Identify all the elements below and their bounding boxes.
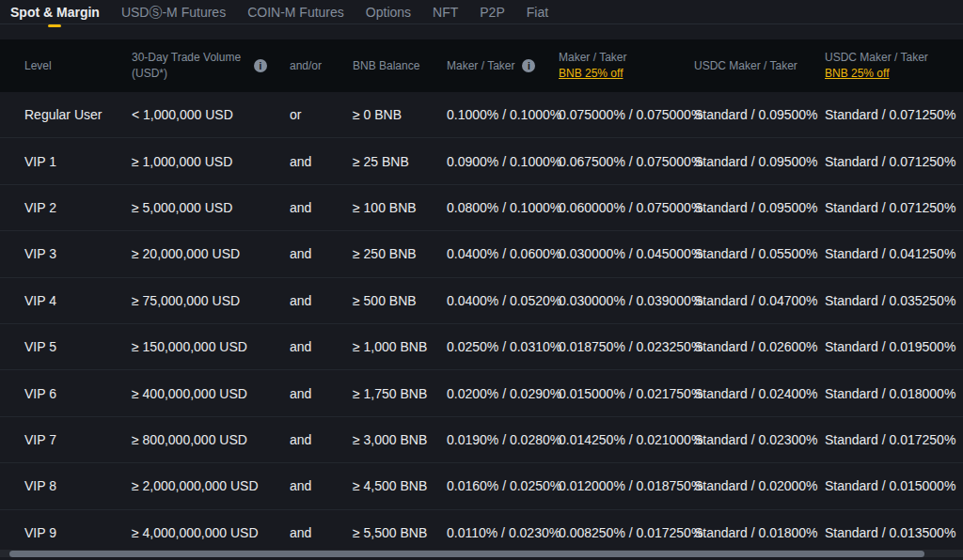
bnb-balance-cell: ≥ 0 BNB (353, 107, 447, 122)
header-usdc-maker-taker: USDC Maker / Taker (694, 58, 825, 74)
bnb-discount-link[interactable]: BNB 25% off (559, 66, 623, 82)
usdc-maker-taker-bnb-cell: Standard / 0.071250% (825, 154, 963, 169)
level-cell: VIP 1 (24, 154, 132, 169)
header-maker-taker-bnb-line1: Maker / Taker (559, 50, 694, 66)
tab-label: Spot & Margin (10, 5, 100, 20)
tab-fiat[interactable]: Fiat (527, 3, 548, 22)
usdc-maker-taker-bnb-cell: Standard / 0.013500% (825, 525, 963, 540)
table-row: VIP 2 ≥ 5,000,000 USD and ≥ 100 BNB 0.08… (0, 185, 963, 231)
tab-label: Fiat (527, 5, 548, 20)
header-volume-line1: 30-Day Trade Volume (132, 50, 254, 66)
maker-taker-bnb-cell: 0.015000% / 0.021750% (559, 386, 694, 401)
header-bnb-balance: BNB Balance (353, 58, 447, 74)
tab-label: P2P (480, 5, 504, 20)
header-usdc-maker-taker-bnb: USDC Maker / Taker BNB 25% off (825, 50, 963, 82)
horizontal-scrollbar-thumb[interactable] (9, 551, 924, 557)
usdc-maker-taker-cell: Standard / 0.05500% (694, 246, 825, 261)
table-row: VIP 8 ≥ 2,000,000,000 USD and ≥ 4,500 BN… (0, 463, 963, 509)
maker-taker-cell: 0.0400% / 0.0520% (447, 293, 559, 308)
andor-cell: or (290, 107, 353, 122)
maker-taker-bnb-cell: 0.075000% / 0.075000% (559, 107, 694, 122)
tab-bar: Spot & Margin USDⓈ-M Futures COIN-M Futu… (0, 0, 963, 24)
header-maker-taker-label: Maker / Taker (447, 58, 514, 74)
usdc-maker-taker-cell: Standard / 0.02400% (694, 386, 825, 401)
maker-taker-cell: 0.0250% / 0.0310% (447, 339, 559, 354)
usdc-maker-taker-bnb-cell: Standard / 0.041250% (825, 246, 963, 261)
horizontal-scrollbar-track[interactable] (0, 550, 963, 557)
maker-taker-cell: 0.1000% / 0.1000% (447, 107, 559, 122)
andor-cell: and (290, 339, 353, 354)
table-row: VIP 1 ≥ 1,000,000 USD and ≥ 25 BNB 0.090… (0, 138, 963, 184)
andor-cell: and (290, 200, 353, 215)
trade-volume-cell: ≥ 150,000,000 USD (132, 339, 254, 354)
header-level: Level (24, 58, 132, 74)
usdc-maker-taker-bnb-cell: Standard / 0.018000% (825, 386, 963, 401)
maker-taker-bnb-cell: 0.060000% / 0.075000% (559, 200, 694, 215)
level-cell: VIP 5 (24, 339, 132, 354)
bnb-balance-cell: ≥ 4,500 BNB (353, 478, 447, 493)
level-cell: VIP 8 (24, 478, 132, 493)
usdc-maker-taker-cell: Standard / 0.02600% (694, 339, 825, 354)
header-volume-info: i (254, 58, 290, 74)
usdc-maker-taker-cell: Standard / 0.04700% (694, 293, 825, 308)
level-cell: VIP 2 (24, 200, 132, 215)
tab-coin-m-futures[interactable]: COIN-M Futures (247, 3, 344, 22)
usdc-maker-taker-cell: Standard / 0.09500% (694, 154, 825, 169)
header-volume: 30-Day Trade Volume (USD*) (132, 50, 254, 82)
andor-cell: and (290, 432, 353, 447)
tab-usd-m-futures[interactable]: USDⓈ-M Futures (121, 3, 226, 22)
maker-taker-bnb-cell: 0.014250% / 0.021000% (559, 432, 694, 447)
header-maker-taker: Maker / Taker i (447, 58, 559, 74)
usdc-maker-taker-bnb-cell: Standard / 0.017250% (825, 432, 963, 447)
header-maker-taker-bnb: Maker / Taker BNB 25% off (559, 50, 694, 82)
bnb-balance-cell: ≥ 100 BNB (353, 200, 447, 215)
andor-cell: and (290, 386, 353, 401)
andor-cell: and (290, 293, 353, 308)
level-cell: VIP 7 (24, 432, 132, 447)
table-row: VIP 3 ≥ 20,000,000 USD and ≥ 250 BNB 0.0… (0, 231, 963, 277)
maker-taker-bnb-cell: 0.018750% / 0.023250% (559, 339, 694, 354)
tab-label: Options (366, 5, 411, 20)
tab-options[interactable]: Options (366, 3, 411, 22)
andor-cell: and (290, 478, 353, 493)
info-icon[interactable]: i (522, 59, 535, 72)
maker-taker-cell: 0.0160% / 0.0250% (447, 478, 559, 493)
bnb-balance-cell: ≥ 25 BNB (353, 154, 447, 169)
andor-cell: and (290, 525, 353, 540)
header-andor: and/or (290, 58, 353, 74)
active-tab-underline (48, 24, 61, 27)
trade-volume-cell: ≥ 1,000,000 USD (132, 154, 254, 169)
usdc-maker-taker-cell: Standard / 0.02000% (694, 478, 825, 493)
maker-taker-bnb-cell: 0.067500% / 0.075000% (559, 154, 694, 169)
tab-nft[interactable]: NFT (433, 3, 458, 22)
trade-volume-cell: ≥ 400,000,000 USD (132, 386, 254, 401)
table-row: VIP 4 ≥ 75,000,000 USD and ≥ 500 BNB 0.0… (0, 278, 963, 324)
fee-table: Level 30-Day Trade Volume (USD*) i and/o… (0, 39, 963, 556)
usdc-maker-taker-cell: Standard / 0.09500% (694, 107, 825, 122)
table-row: VIP 5 ≥ 150,000,000 USD and ≥ 1,000 BNB … (0, 324, 963, 370)
trade-volume-cell: ≥ 800,000,000 USD (132, 432, 254, 447)
usdc-maker-taker-bnb-cell: Standard / 0.071250% (825, 200, 963, 215)
tab-label: NFT (433, 5, 458, 20)
fee-schedule-page: Spot & Margin USDⓈ-M Futures COIN-M Futu… (0, 0, 963, 560)
maker-taker-bnb-cell: 0.008250% / 0.017250% (559, 525, 694, 540)
maker-taker-cell: 0.0900% / 0.1000% (447, 154, 559, 169)
tab-spot-margin[interactable]: Spot & Margin (10, 3, 100, 22)
tab-p2p[interactable]: P2P (480, 3, 504, 22)
bnb-balance-cell: ≥ 5,500 BNB (353, 525, 447, 540)
usdc-maker-taker-cell: Standard / 0.02300% (694, 432, 825, 447)
level-cell: Regular User (24, 107, 132, 122)
trade-volume-cell: ≥ 4,000,000,000 USD (132, 525, 254, 540)
usdc-maker-taker-bnb-cell: Standard / 0.015000% (825, 478, 963, 493)
andor-cell: and (290, 246, 353, 261)
info-icon[interactable]: i (254, 59, 267, 72)
usdc-maker-taker-bnb-cell: Standard / 0.035250% (825, 293, 963, 308)
table-row: Regular User < 1,000,000 USD or ≥ 0 BNB … (0, 92, 963, 138)
bnb-balance-cell: ≥ 1,000 BNB (353, 339, 447, 354)
trade-volume-cell: < 1,000,000 USD (132, 107, 254, 122)
bnb-balance-cell: ≥ 1,750 BNB (353, 386, 447, 401)
usdc-maker-taker-cell: Standard / 0.09500% (694, 200, 825, 215)
bnb-discount-link[interactable]: BNB 25% off (825, 66, 889, 82)
header-usdc-bnb-line1: USDC Maker / Taker (825, 50, 963, 66)
maker-taker-cell: 0.0110% / 0.0230% (447, 525, 559, 540)
